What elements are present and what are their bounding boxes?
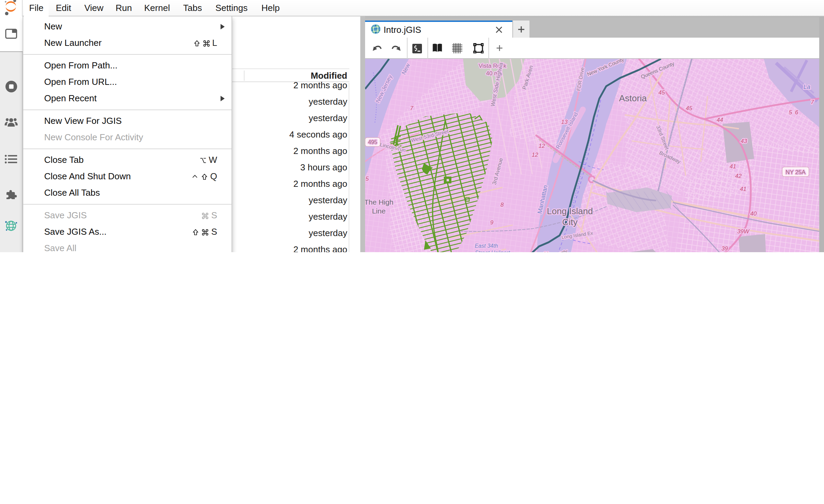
- svg-text:The High: The High: [365, 198, 394, 206]
- svg-text:12: 12: [532, 152, 538, 158]
- svg-text:45: 45: [686, 105, 692, 112]
- svg-text:495: 495: [368, 139, 377, 145]
- svg-text:45: 45: [659, 89, 665, 96]
- svg-text:5: 5: [789, 109, 792, 116]
- svg-text:41: 41: [740, 186, 747, 192]
- svg-text:6: 6: [795, 109, 798, 116]
- svg-text:Line: Line: [372, 207, 386, 215]
- svg-text:8: 8: [500, 202, 504, 208]
- svg-text:Astoria: Astoria: [619, 93, 647, 103]
- svg-text:39W: 39W: [737, 228, 750, 235]
- svg-text:City: City: [562, 217, 578, 227]
- svg-text:5: 5: [365, 176, 369, 182]
- svg-text:Long Island: Long Island: [547, 206, 593, 216]
- svg-text:12: 12: [539, 143, 545, 149]
- svg-text:9: 9: [490, 219, 494, 226]
- svg-text:44: 44: [717, 117, 723, 123]
- svg-text:13: 13: [561, 119, 568, 125]
- svg-text:East 34th: East 34th: [475, 243, 498, 249]
- svg-text:7: 7: [410, 105, 413, 112]
- svg-text:NY 25A: NY 25A: [786, 169, 806, 176]
- svg-text:39: 39: [722, 245, 728, 252]
- svg-text:43: 43: [741, 138, 747, 144]
- svg-text:42: 42: [735, 173, 742, 179]
- svg-text:41: 41: [730, 163, 736, 170]
- svg-text:40: 40: [750, 210, 757, 217]
- svg-text:7: 7: [811, 99, 814, 105]
- svg-text:Street Heliport: Street Heliport: [475, 250, 510, 252]
- svg-text:La: La: [803, 83, 810, 90]
- svg-text:11: 11: [543, 251, 549, 252]
